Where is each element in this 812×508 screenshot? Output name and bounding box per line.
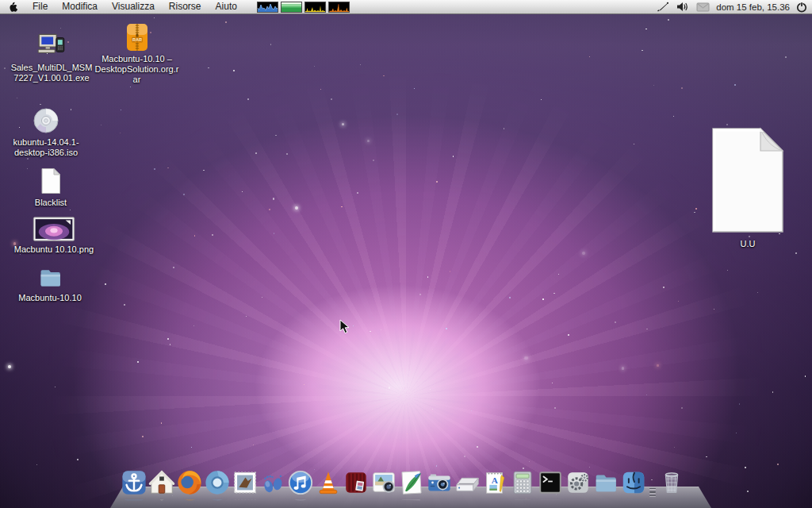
stylus-icon[interactable] [657, 2, 669, 12]
dock-item-trash[interactable] [658, 472, 685, 499]
mail-icon[interactable] [696, 2, 710, 12]
dock-item-terminal[interactable] [537, 472, 564, 499]
dock-item-vlc[interactable] [315, 472, 342, 499]
finder-icon [620, 499, 647, 502]
star [785, 56, 787, 58]
memory-graph-applet[interactable] [281, 2, 302, 13]
star [668, 19, 669, 21]
star [194, 235, 196, 237]
star [681, 87, 683, 89]
star [615, 321, 616, 323]
desktop-icon-png[interactable]: Macbuntu 10.10.png [10, 216, 98, 255]
star [242, 191, 243, 192]
dock-item-mail-app[interactable] [232, 472, 259, 499]
menu-items: FileModificaVisualizzaRisorseAiuto [25, 0, 244, 13]
svg-text:RAR: RAR [132, 37, 141, 42]
desktop-icon-folder[interactable]: Macbuntu-10.10 [10, 264, 90, 303]
star [331, 98, 332, 100]
firefox-icon [176, 469, 203, 499]
star [154, 168, 155, 170]
star [77, 459, 79, 460]
star [137, 361, 139, 363]
menu-modifica[interactable]: Modifica [55, 0, 105, 13]
photos-icon [370, 499, 397, 502]
star [414, 88, 415, 89]
star [353, 325, 354, 326]
desktop-icon-blacklist[interactable]: Blacklist [14, 167, 87, 208]
star [642, 50, 643, 52]
desktop-icon-iso[interactable]: kubuntu-14.04.1-desktop-i386.iso [6, 106, 86, 158]
star [558, 274, 560, 275]
menu-risorse[interactable]: Risorse [162, 0, 209, 13]
dock-item-footprints[interactable] [259, 472, 286, 499]
star [739, 403, 741, 405]
cpu-graph-applet[interactable] [257, 2, 278, 13]
document-icon [36, 167, 65, 195]
star [70, 210, 71, 210]
dock-item-folder[interactable] [592, 472, 619, 499]
dock-item-finder[interactable] [620, 472, 647, 499]
star [101, 125, 102, 126]
text-editor-icon: A [481, 499, 508, 502]
network-graph-applet[interactable] [304, 2, 326, 13]
star [436, 465, 438, 467]
dock-item-camera[interactable] [426, 472, 453, 499]
power-icon[interactable] [796, 2, 807, 13]
dock-item-docky-anchor[interactable] [121, 472, 147, 499]
footprints-icon [259, 469, 286, 499]
dock-item-home[interactable] [148, 472, 175, 499]
dock-item-system-settings[interactable] [565, 472, 592, 499]
terminal-icon [537, 469, 564, 499]
menu-bar: FileModificaVisualizzaRisorseAiuto dom 1… [0, 0, 812, 14]
star [646, 394, 647, 395]
star [714, 309, 714, 310]
star [524, 356, 528, 360]
clock[interactable]: dom 15 feb, 15.36 [716, 2, 790, 12]
firefox-icon [176, 499, 203, 502]
star [471, 410, 472, 411]
dock-item-photobooth[interactable] [343, 472, 370, 499]
dock-item-text-editor[interactable]: A [481, 472, 508, 499]
star [552, 383, 553, 384]
dock-item-calculator[interactable] [509, 472, 536, 499]
star [419, 294, 421, 295]
dock-item-firefox[interactable] [176, 472, 203, 499]
star [529, 461, 530, 462]
menu-file[interactable]: File [25, 0, 55, 13]
star [161, 422, 163, 424]
dock-item-chromium[interactable] [204, 472, 231, 499]
home-icon [148, 499, 175, 502]
dock-item-gimp[interactable] [398, 472, 425, 499]
star [657, 364, 659, 367]
menu-visualizza[interactable]: Visualizza [105, 0, 162, 13]
star [212, 234, 213, 236]
menu-aiuto[interactable]: Aiuto [209, 0, 244, 13]
dock-reflections: A [121, 499, 685, 508]
desktop-icon-large-doc[interactable]: U.U [704, 127, 791, 249]
dock-item-itunes[interactable] [287, 472, 314, 499]
apple-menu-icon[interactable] [0, 1, 25, 13]
dock-item-photos[interactable] [370, 472, 397, 499]
svg-text:A: A [492, 475, 499, 485]
desktop-icon-rar[interactable]: RARMacbuntu-10.10 – DesktopSolution.org.… [94, 23, 179, 85]
star [453, 156, 454, 156]
star [246, 316, 247, 318]
desktop-icon-label: Blacklist [35, 198, 67, 208]
star [381, 329, 382, 331]
star [757, 292, 758, 293]
desktop-icon-exe[interactable]: Sales_MultiDL_MSM7227_V1.00.01.exe [10, 30, 94, 83]
cd-disc-icon [32, 106, 60, 135]
star [208, 67, 209, 69]
star [407, 433, 408, 434]
vlc-icon [315, 499, 342, 502]
star [342, 123, 344, 125]
finder-icon [620, 469, 647, 499]
star [142, 436, 144, 437]
dock-item-scanner[interactable] [454, 472, 481, 499]
chromium-icon [204, 499, 231, 502]
disk-graph-applet[interactable] [328, 2, 350, 13]
volume-icon[interactable] [676, 2, 689, 12]
star [553, 293, 555, 294]
dock: A [121, 472, 685, 499]
star [4, 67, 6, 69]
